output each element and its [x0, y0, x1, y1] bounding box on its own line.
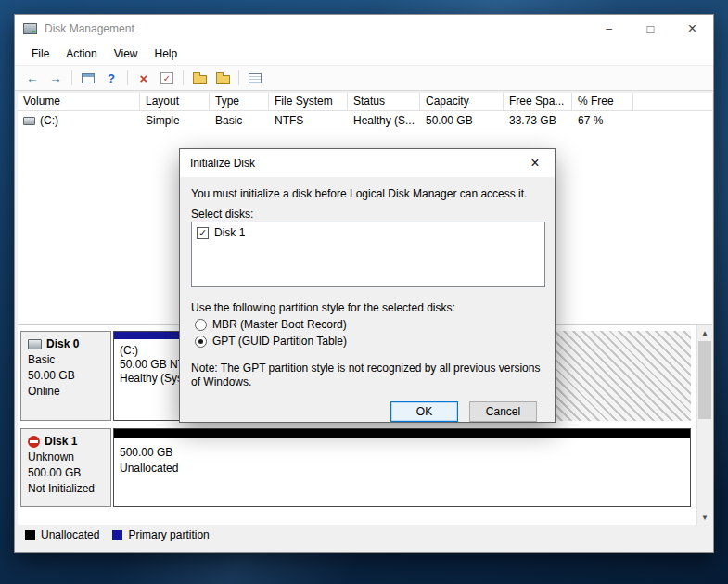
capacity-cell: 50.00 GB [420, 114, 504, 127]
gpt-radio-button[interactable] [195, 336, 207, 348]
partition-style-label: Use the following partition style for th… [191, 301, 455, 314]
disk0-info-panel[interactable]: Disk 0 Basic 50.00 GB Online [20, 331, 111, 421]
percent-free-cell: 67 % [572, 114, 633, 127]
disk1-list-item[interactable]: ✓ Disk 1 [192, 222, 544, 243]
disk0-title-row: Disk 0 [28, 337, 104, 350]
disk1-info-panel[interactable]: Disk 1 Unknown 500.00 GB Not Initialized [20, 428, 111, 507]
disk-management-app-icon [23, 23, 37, 34]
mbr-radio-row[interactable]: MBR (Master Boot Record) [195, 318, 347, 331]
column-header-filler [633, 93, 712, 110]
dialog-title: Initialize Disk [190, 157, 255, 170]
dialog-intro-text: You must initialize a disk before Logica… [191, 187, 527, 200]
menu-file[interactable]: File [23, 43, 57, 65]
gpt-note-text: Note: The GPT partition style is not rec… [191, 362, 545, 389]
volume-list-header: Volume Layout Type File System Status Ca… [18, 93, 712, 111]
menu-bar: File Action View Help [15, 43, 713, 65]
disk1-unallocated-text: 500.00 GB Unallocated [120, 445, 178, 476]
status-cell: Healthy (S... [348, 114, 420, 127]
legend-unallocated-swatch [25, 530, 35, 540]
mbr-radio-button[interactable] [195, 319, 207, 331]
free-space-cell: 33.73 GB [504, 114, 572, 127]
title-bar[interactable]: Disk Management – □ × [15, 15, 713, 43]
details-view-icon[interactable] [245, 69, 265, 87]
scrollbar-thumb[interactable] [698, 341, 711, 419]
help-icon[interactable]: ? [101, 69, 121, 87]
select-disks-label: Select disks: [191, 208, 253, 221]
console-tree-icon[interactable] [78, 69, 98, 87]
desktop-wallpaper: Disk Management – □ × File Action View H… [0, 0, 728, 584]
volume-name: (C:) [40, 114, 58, 127]
delete-volume-icon[interactable]: × [134, 69, 154, 87]
disk0-status: Online [28, 385, 104, 398]
vertical-scrollbar[interactable]: ▲ ▼ [696, 325, 712, 526]
dialog-title-bar[interactable]: Initialize Disk [180, 149, 555, 177]
initialize-disk-dialog: Initialize Disk × You must initialize a … [179, 148, 556, 423]
gpt-radio-label: GPT (GUID Partition Table) [212, 335, 347, 348]
disk1-title-row: Disk 1 [28, 435, 104, 448]
toolbar-separator [71, 70, 72, 85]
unallocated-size: 500.00 GB [120, 445, 178, 461]
legend-bar: Unallocated Primary partition [18, 525, 712, 545]
folder-properties-icon[interactable] [212, 69, 233, 87]
dialog-close-icon[interactable]: × [516, 149, 555, 177]
column-header-status[interactable]: Status [348, 93, 420, 110]
window-title: Disk Management [45, 22, 134, 35]
column-header-volume[interactable]: Volume [18, 93, 140, 110]
disk-not-initialized-icon [28, 436, 40, 448]
minimize-button[interactable]: – [588, 15, 630, 43]
disk1-unallocated-region[interactable]: 500.00 GB Unallocated [113, 428, 691, 507]
disk1-title: Disk 1 [45, 435, 77, 448]
menu-view[interactable]: View [106, 43, 147, 65]
forward-icon[interactable]: → [45, 69, 66, 87]
legend-primary-label: Primary partition [128, 528, 209, 541]
folder-up-icon[interactable] [189, 69, 210, 87]
back-icon[interactable]: ← [22, 69, 43, 87]
disk1-size: 500.00 GB [28, 466, 104, 479]
disk1-status: Not Initialized [28, 482, 104, 495]
disk0-size: 50.00 GB [28, 369, 104, 382]
disk1-checkbox[interactable]: ✓ [197, 227, 209, 239]
column-header-capacity[interactable]: Capacity [420, 93, 504, 110]
menu-action[interactable]: Action [57, 43, 105, 65]
scroll-up-arrow[interactable]: ▲ [697, 325, 712, 341]
unallocated-strip [114, 429, 690, 438]
column-header-layout[interactable]: Layout [140, 93, 210, 110]
legend-unallocated-label: Unallocated [41, 528, 99, 541]
cancel-button[interactable]: Cancel [469, 401, 537, 422]
column-header-type[interactable]: Type [210, 93, 269, 110]
disk0-type: Basic [28, 353, 104, 366]
layout-cell: Simple [140, 114, 210, 127]
gpt-radio-row[interactable]: GPT (GUID Partition Table) [195, 335, 347, 348]
type-cell: Basic [210, 114, 269, 127]
scroll-down-arrow[interactable]: ▼ [697, 510, 712, 526]
ok-button[interactable]: OK [390, 401, 458, 422]
disk-select-listbox[interactable]: ✓ Disk 1 [191, 222, 545, 287]
mbr-radio-label: MBR (Master Boot Record) [212, 318, 347, 331]
column-header-file-system[interactable]: File System [269, 93, 348, 110]
volume-drive-icon [23, 117, 35, 125]
volume-cell: (C:) [18, 114, 140, 127]
disk1-checkbox-label: Disk 1 [214, 226, 245, 239]
file-system-cell: NTFS [269, 114, 348, 127]
legend-primary-swatch [112, 530, 122, 540]
window-controls: – □ × [588, 15, 713, 43]
menu-help[interactable]: Help [147, 43, 186, 65]
close-button[interactable]: × [671, 15, 713, 43]
toolbar: ← → ? × ✓ [15, 65, 713, 91]
toolbar-separator [183, 70, 184, 85]
volume-row-c[interactable]: (C:) Simple Basic NTFS Healthy (S... 50.… [18, 111, 712, 130]
column-header-free-space[interactable]: Free Spa... [504, 93, 572, 110]
unallocated-label: Unallocated [120, 461, 178, 476]
maximize-button[interactable]: □ [630, 15, 671, 43]
disk0-title: Disk 0 [46, 337, 79, 350]
column-header-percent-free[interactable]: % Free [572, 93, 633, 110]
toolbar-separator [127, 70, 128, 85]
disk-icon [28, 339, 42, 349]
disk1-type: Unknown [28, 451, 104, 463]
toolbar-separator [238, 70, 239, 85]
verify-disk-icon[interactable]: ✓ [157, 69, 177, 87]
